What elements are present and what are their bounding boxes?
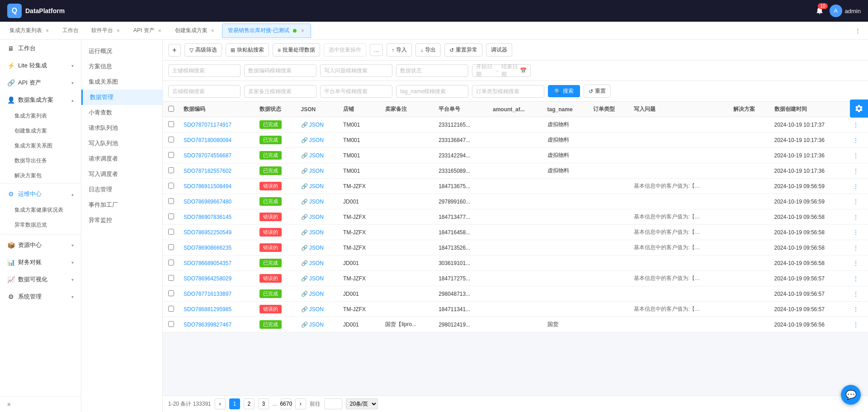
panel-integration-map[interactable]: 集成关系图	[81, 74, 162, 90]
row-action-0[interactable]: ⋮	[849, 117, 868, 133]
row-action-2[interactable]: ⋮	[849, 148, 868, 163]
panel-event-factory[interactable]: 事件加工厂	[81, 197, 162, 213]
row-checkbox-8[interactable]	[163, 240, 179, 256]
row-data-code-10[interactable]: SDO786964258029	[179, 271, 255, 286]
page-1-button[interactable]: 1	[229, 398, 240, 409]
sidebar-item-api[interactable]: 🔗 API 资产 ▾	[0, 74, 81, 91]
debugger-button[interactable]: 调试器	[486, 43, 512, 57]
more-button[interactable]: ...	[370, 44, 383, 56]
user-avatar[interactable]: A admin	[830, 5, 861, 17]
row-checkbox-10[interactable]	[163, 271, 179, 286]
row-data-code-8[interactable]: SDO786908666235	[179, 240, 255, 256]
row-action-11[interactable]: ⋮	[849, 286, 868, 302]
sidebar-item-data-integration[interactable]: 👤 数据集成方案 ▴	[0, 91, 81, 109]
tab-manage-sales-close[interactable]: ×	[300, 27, 305, 35]
row-json-7[interactable]: 🔗 JSON	[297, 225, 339, 240]
panel-request-reviewer[interactable]: 请求调度者	[81, 151, 162, 166]
sidebar-sub-solution-pkg[interactable]: 解决方案包	[0, 168, 81, 183]
row-data-code-13[interactable]: SDO786399827467	[179, 317, 255, 332]
tab-create-integration-close[interactable]: ×	[210, 27, 215, 35]
tab-api-assets[interactable]: API 资产 ×	[127, 24, 168, 38]
row-data-code-9[interactable]: SDO786689054357	[179, 256, 255, 271]
row-action-12[interactable]: ⋮	[849, 302, 868, 317]
panel-anomaly-monitor[interactable]: 异常监控	[81, 213, 162, 228]
sidebar-sub-integration-list[interactable]: 集成方案列表	[0, 109, 81, 123]
panel-overview[interactable]: 运行概况	[81, 43, 162, 59]
row-json-4[interactable]: 🔗 JSON	[297, 179, 339, 194]
shop-filter[interactable]	[168, 85, 241, 98]
row-action-7[interactable]: ⋮	[849, 225, 868, 240]
row-action-3[interactable]: ⋮	[849, 163, 868, 179]
write-issue-filter[interactable]	[320, 64, 392, 77]
row-action-5[interactable]: ⋮	[849, 194, 868, 209]
bulk-ops-button[interactable]: 选中批量操作	[324, 43, 366, 57]
row-checkbox-0[interactable]	[163, 117, 179, 133]
row-action-4[interactable]: ⋮	[849, 179, 868, 194]
row-checkbox-3[interactable]	[163, 163, 179, 179]
export-button[interactable]: ↓ 导出	[415, 43, 441, 57]
app-logo[interactable]: Q DataPlatform	[7, 4, 65, 18]
row-checkbox-6[interactable]	[163, 209, 179, 225]
reset-error-button[interactable]: ↺ 重置异常	[444, 43, 482, 57]
primary-key-filter[interactable]	[168, 64, 241, 77]
row-action-10[interactable]: ⋮	[849, 271, 868, 286]
sidebar-item-finance[interactable]: 📊 财务对账 ▾	[0, 254, 81, 271]
row-data-code-11[interactable]: SDO787716133897	[179, 286, 255, 302]
sidebar-footer[interactable]: ≡	[0, 396, 81, 412]
row-data-code-6[interactable]: SDO786907836145	[179, 209, 255, 225]
row-json-5[interactable]: 🔗 JSON	[297, 194, 339, 209]
batch-process-button[interactable]: ≡ 批量处理数据	[273, 43, 320, 57]
search-button[interactable]: 🔍 搜索	[548, 85, 580, 97]
row-checkbox-13[interactable]	[163, 317, 179, 332]
row-data-code-4[interactable]: SDO786911508494	[179, 179, 255, 194]
tab-manage-sales[interactable]: 管易销售出库对接-已测试 ×	[222, 24, 311, 38]
data-code-filter[interactable]	[244, 64, 316, 77]
sidebar-item-workbench[interactable]: 🖥 工作台	[0, 40, 81, 57]
page-2-button[interactable]: 2	[244, 398, 255, 409]
tab-more-btn[interactable]: ⋮	[851, 27, 864, 34]
row-checkbox-2[interactable]	[163, 148, 179, 163]
sidebar-sub-data-export[interactable]: 数据导出任务	[0, 153, 81, 168]
add-button[interactable]: +	[168, 44, 181, 57]
panel-plan-info[interactable]: 方案信息	[81, 59, 162, 74]
panel-log-mgmt[interactable]: 日志管理	[81, 182, 162, 197]
row-data-code-7[interactable]: SDO786952250549	[179, 225, 255, 240]
sidebar-sub-health[interactable]: 集成方案健康状况表	[0, 203, 81, 218]
sidebar-item-ops[interactable]: ⚙ 运维中心 ▴	[0, 185, 81, 203]
chatbot-button[interactable]: 💬	[841, 385, 861, 405]
row-json-8[interactable]: 🔗 JSON	[297, 240, 339, 256]
row-json-11[interactable]: 🔗 JSON	[297, 286, 339, 302]
settings-fab[interactable]	[850, 99, 868, 118]
data-status-filter[interactable]	[396, 64, 468, 77]
row-json-13[interactable]: 🔗 JSON	[297, 317, 339, 332]
goto-page-input[interactable]	[324, 398, 342, 409]
next-page-button[interactable]: ›	[295, 398, 306, 409]
row-json-12[interactable]: 🔗 JSON	[297, 302, 339, 317]
row-data-code-12[interactable]: SDO786881295985	[179, 302, 255, 317]
prev-page-button[interactable]: ‹	[215, 398, 226, 409]
block-paste-search-button[interactable]: ⊞ 块粘贴搜索	[226, 43, 269, 57]
seller-note-filter[interactable]	[244, 85, 316, 98]
row-checkbox-1[interactable]	[163, 133, 179, 148]
row-checkbox-11[interactable]	[163, 286, 179, 302]
row-action-1[interactable]: ⋮	[849, 133, 868, 148]
tag-name-filter[interactable]	[396, 85, 468, 98]
panel-data-mgmt[interactable]: 数据管理	[81, 90, 162, 105]
start-date-filter[interactable]: 开始日期 → 结束日期 📅	[472, 64, 531, 77]
row-checkbox-7[interactable]	[163, 225, 179, 240]
sidebar-sub-anomaly[interactable]: 异常数据总览	[0, 218, 81, 232]
row-json-10[interactable]: 🔗 JSON	[297, 271, 339, 286]
row-data-code-1[interactable]: SDO787180080084	[179, 133, 255, 148]
tab-software-platform[interactable]: 软件平台 ×	[85, 24, 127, 38]
row-checkbox-5[interactable]	[163, 194, 179, 209]
row-data-code-3[interactable]: SDO787182557602	[179, 163, 255, 179]
tab-software-platform-close[interactable]: ×	[116, 27, 121, 35]
row-checkbox-12[interactable]	[163, 302, 179, 317]
per-page-select[interactable]: 20条/页	[346, 398, 378, 409]
sidebar-item-lite[interactable]: ⚡ Lite 轻集成 ▾	[0, 57, 81, 74]
order-type-filter[interactable]	[472, 85, 544, 98]
reset-button[interactable]: ↺ 重置	[584, 85, 611, 98]
platform-order-filter[interactable]	[320, 85, 392, 98]
row-json-3[interactable]: 🔗 JSON	[297, 163, 339, 179]
sidebar-item-system[interactable]: ⚙ 系统管理 ▾	[0, 288, 81, 305]
